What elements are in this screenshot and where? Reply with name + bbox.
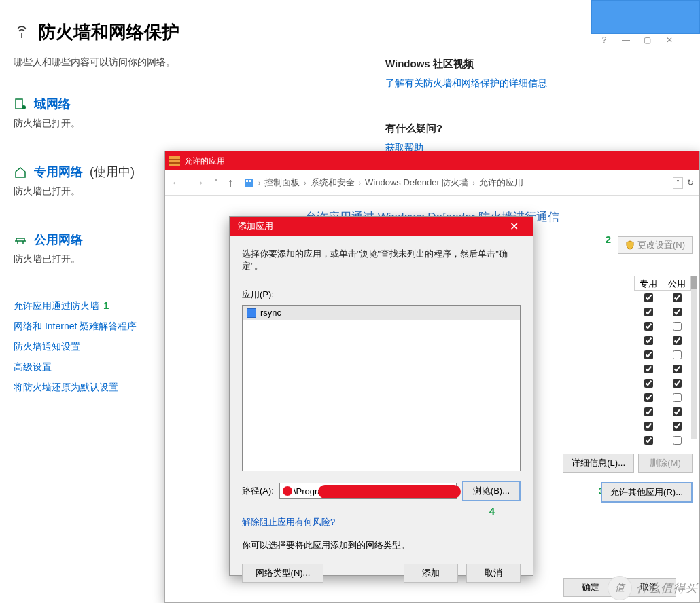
cancel-button[interactable]: 取消 (466, 564, 521, 583)
svg-rect-3 (169, 159, 180, 160)
help-icon[interactable]: ? (598, 34, 610, 46)
add-button[interactable]: 添加 (404, 564, 458, 583)
close-icon[interactable]: ✕ (502, 217, 526, 235)
svg-rect-0 (16, 99, 22, 109)
table-header: 专用 公用 (634, 276, 691, 291)
domain-network-link[interactable]: 域网络 (34, 96, 71, 112)
delete-button[interactable]: 删除(M) (638, 454, 693, 473)
public-checkbox[interactable] (673, 322, 682, 331)
private-checkbox[interactable] (644, 336, 653, 345)
right-column: Windows 社区视频 了解有关防火墙和网络保护的详细信息 有什么疑问? 获取… (385, 58, 547, 154)
close-icon[interactable]: ✕ (663, 34, 676, 46)
add-desc: 选择你要添加的应用，或单击"浏览"查找未列出的程序，然后单击"确定"。 (242, 248, 521, 272)
add-subdesc: 你可以选择要将此应用添加到的网络类型。 (242, 539, 521, 551)
public-checkbox[interactable] (673, 407, 682, 416)
private-network-link[interactable]: 专用网络 (34, 164, 83, 180)
public-checkbox[interactable] (673, 350, 682, 359)
path-input[interactable]: \Program Files (279, 483, 457, 499)
risk-link[interactable]: 解除阻止应用有何风险? (242, 516, 335, 528)
table-row (634, 305, 691, 319)
private-checkbox[interactable] (644, 293, 653, 302)
svg-rect-6 (246, 180, 248, 182)
app-row-rsync[interactable]: rsync (243, 306, 520, 320)
breadcrumb[interactable]: ›控制面板 ›系统和安全 ›Windows Defender 防火墙 ›允许的应… (243, 177, 523, 189)
change-label: 更改设置(N) (637, 239, 685, 251)
public-checkbox[interactable] (673, 365, 682, 373)
path-label: 路径(A): (242, 485, 274, 497)
private-checkbox[interactable] (644, 379, 653, 388)
background-window-titlebar (591, 0, 700, 34)
nav-bar: ← → ˅ ↑ ›控制面板 ›系统和安全 ›Windows Defender 防… (165, 170, 699, 196)
community-link[interactable]: 了解有关防火墙和网络保护的详细信息 (385, 77, 547, 90)
bc-1[interactable]: 系统和安全 (311, 177, 355, 189)
page-title: 防火墙和网络保护 (38, 20, 179, 44)
maximize-icon[interactable]: ▢ (642, 34, 654, 46)
private-checkbox[interactable] (644, 436, 653, 445)
control-panel-icon (243, 177, 254, 188)
bc-2[interactable]: Windows Defender 防火墙 (365, 177, 468, 189)
redaction-bar (318, 485, 461, 498)
badge-4: 4 (489, 505, 495, 517)
allow-other-button[interactable]: 允许其他应用(R)... (601, 482, 693, 502)
svg-rect-2 (169, 156, 180, 166)
link-notify[interactable]: 防火墙通知设置 (14, 341, 80, 352)
watermark-text: 什么值得买 (636, 580, 697, 596)
app-icon (247, 308, 256, 318)
search-dropdown[interactable]: ˅ (673, 177, 683, 189)
up-icon[interactable]: ↑ (228, 176, 234, 190)
detail-button[interactable]: 详细信息(L)... (563, 454, 634, 473)
private-checkbox[interactable] (644, 407, 653, 416)
scrollbar[interactable] (691, 276, 697, 439)
question-head: 有什么疑问? (385, 122, 547, 135)
shield-icon (625, 240, 635, 250)
allowed-titlebar[interactable]: 允许的应用 (165, 151, 699, 170)
table-row (634, 333, 691, 348)
add-app-dialog: 添加应用 ✕ 选择你要添加的应用，或单击"浏览"查找未列出的程序，然后单击"确定… (229, 216, 533, 576)
svg-rect-4 (169, 162, 180, 164)
wifi-icon (14, 24, 30, 41)
svg-rect-7 (249, 180, 251, 182)
link-troubleshoot[interactable]: 网络和 Internet 疑难解答程序 (14, 321, 137, 331)
table-row (634, 419, 691, 433)
table-row (634, 362, 691, 376)
community-head: Windows 社区视频 (385, 58, 547, 71)
apps-label: 应用(P): (242, 289, 521, 301)
badge-2: 2 (606, 234, 611, 245)
private-checkbox[interactable] (644, 308, 653, 316)
table-row (634, 348, 691, 362)
public-checkbox[interactable] (673, 308, 682, 316)
private-checkbox[interactable] (644, 365, 653, 373)
public-checkbox[interactable] (673, 422, 682, 431)
public-checkbox[interactable] (673, 336, 682, 345)
back-icon[interactable]: ← (171, 176, 183, 190)
table-row (634, 405, 691, 419)
bc-0[interactable]: 控制面板 (264, 177, 300, 189)
bc-3[interactable]: 允许的应用 (479, 177, 523, 189)
recent-icon[interactable]: ˅ (214, 178, 218, 187)
change-settings-button[interactable]: 更改设置(N) (618, 236, 693, 254)
public-checkbox[interactable] (673, 293, 682, 302)
table-row (634, 319, 691, 333)
add-titlebar[interactable]: 添加应用 ✕ (230, 217, 533, 236)
app-list[interactable]: rsync (242, 305, 521, 471)
public-checkbox[interactable] (673, 436, 682, 445)
link-allow-app[interactable]: 允许应用通过防火墙 (14, 300, 99, 311)
private-checkbox[interactable] (644, 350, 653, 359)
browse-button[interactable]: 浏览(B)... (462, 481, 521, 501)
minimize-icon[interactable]: — (620, 34, 632, 46)
checkbox-rows (634, 291, 691, 447)
private-checkbox[interactable] (644, 322, 653, 331)
public-checkbox[interactable] (673, 393, 682, 402)
refresh-icon[interactable]: ↻ (687, 178, 694, 187)
public-network-link[interactable]: 公用网络 (34, 232, 83, 248)
firewall-icon (169, 156, 180, 166)
link-advanced[interactable]: 高级设置 (14, 361, 52, 372)
redaction-dot (283, 486, 292, 496)
forward-icon[interactable]: → (192, 176, 205, 190)
public-checkbox[interactable] (673, 379, 682, 388)
bench-icon (14, 233, 27, 246)
private-checkbox[interactable] (644, 393, 653, 402)
private-checkbox[interactable] (644, 422, 653, 431)
network-type-button[interactable]: 网络类型(N)... (242, 564, 323, 583)
link-restore[interactable]: 将防火墙还原为默认设置 (14, 382, 118, 392)
